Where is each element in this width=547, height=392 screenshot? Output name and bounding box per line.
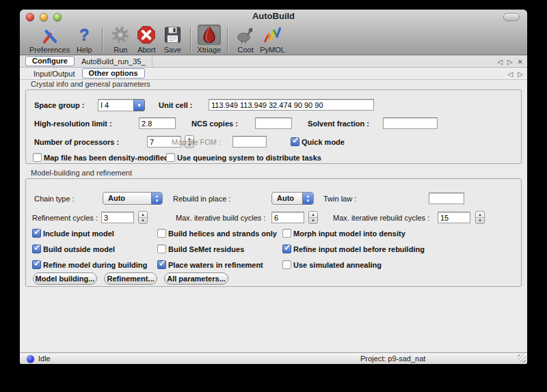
zoom-window-button[interactable]	[53, 13, 62, 21]
queueing-checkbox[interactable]	[166, 153, 175, 162]
toolbar-label: Run	[114, 46, 127, 54]
toolbar-button-xtriage[interactable]: Xtriage	[197, 25, 221, 54]
refine-before-rebuild-label: Refine input model before rebuilding	[293, 244, 425, 254]
resize-grip[interactable]	[518, 354, 526, 363]
refinement-button[interactable]: Refinement...	[104, 272, 157, 285]
build-helices-checkbox[interactable]	[157, 229, 166, 238]
toolbar-button-coot[interactable]: Coot	[234, 25, 257, 54]
stepper-up-icon[interactable]: ▲	[476, 212, 484, 218]
tab-scroll-right-icon[interactable]: ▷	[507, 58, 513, 66]
build-outside-checkbox[interactable]	[32, 244, 41, 253]
solvent-fraction-input[interactable]	[383, 117, 438, 129]
quick-mode-label: Quick mode	[302, 137, 345, 147]
sub-tab-bar: Input/Output Other options ◁ ▷	[20, 68, 527, 80]
stepper-down-icon[interactable]: ▼	[139, 218, 147, 223]
chain-type-popup[interactable]: Auto ▲▼	[103, 192, 163, 205]
toolbar-label: Xtriage	[197, 46, 221, 54]
toolbar-button-preferences[interactable]: Preferences	[29, 25, 70, 54]
build-semet-checkbox[interactable]	[157, 244, 166, 253]
tab-close-icon[interactable]: ✕	[518, 58, 523, 66]
toolbar-separator	[190, 27, 191, 53]
chevron-down-icon[interactable]: ▾	[133, 99, 145, 111]
morph-model-checkbox[interactable]	[282, 229, 291, 238]
title-bar[interactable]: AutoBuild	[20, 10, 527, 23]
pymol-spectrum-icon	[261, 25, 284, 45]
abort-octagon-icon	[135, 25, 158, 45]
toolbar-button-save[interactable]: Save	[161, 25, 184, 54]
floppy-disk-icon	[161, 25, 184, 45]
quick-mode-checkbox[interactable]	[291, 137, 299, 146]
high-res-input[interactable]	[139, 117, 176, 129]
refinement-cycles-input[interactable]	[101, 212, 134, 223]
rebuild-in-place-popup[interactable]: Auto ▲▼	[271, 192, 314, 205]
window-title: AutoBuild	[20, 10, 527, 23]
build-helices-label: Build helices and strands only	[168, 229, 277, 238]
toolbar: Preferences ? Help Run	[20, 23, 527, 55]
toolbar-button-abort[interactable]: Abort	[135, 25, 158, 54]
stepper-up-icon[interactable]: ▲	[309, 212, 317, 218]
chain-type-value: Auto	[103, 193, 151, 204]
ncs-copies-input[interactable]	[255, 117, 292, 129]
include-input-model-checkbox[interactable]	[32, 229, 41, 238]
stepper-down-icon[interactable]: ▼	[476, 218, 484, 223]
rebuild-cycles-stepper[interactable]: ▲ ▼	[475, 211, 485, 224]
space-group-input[interactable]	[98, 99, 133, 111]
stepper-down-icon[interactable]: ▼	[309, 218, 317, 223]
options-panel: Crystal info and general parameters Spac…	[20, 80, 527, 352]
minimize-window-button[interactable]	[40, 13, 48, 21]
toolbar-button-pymol[interactable]: PyMOL	[260, 25, 285, 54]
space-group-combo[interactable]: ▾	[98, 99, 145, 111]
rebuild-cycles-label: Max. iterative rebuild cycles :	[333, 212, 429, 224]
status-text: Idle	[38, 353, 51, 364]
twin-law-input[interactable]	[429, 193, 464, 204]
tab-divider	[152, 55, 152, 68]
crystal-group-title: Crystal info and general parameters	[31, 80, 150, 88]
tab-input-output[interactable]: Input/Output	[27, 70, 82, 78]
stepper-up-icon[interactable]: ▲	[139, 212, 147, 218]
unit-cell-input[interactable]	[209, 99, 374, 111]
build-semet-label: Build SeMet residues	[168, 244, 244, 254]
solvent-fraction-label: Solvent fraction :	[308, 117, 369, 130]
morph-model-label: Morph input model into density	[293, 229, 405, 238]
nproc-label: Number of processors :	[34, 136, 119, 148]
model-building-button[interactable]: Model building...	[33, 272, 97, 285]
coot-bird-icon	[234, 25, 257, 45]
refine-before-rebuild-checkbox[interactable]	[282, 244, 291, 253]
tab-other-options[interactable]: Other options	[82, 68, 145, 79]
project-label: Project: p9-sad_nat	[360, 353, 425, 364]
close-window-button[interactable]	[26, 13, 34, 21]
rebuild-in-place-value: Auto	[272, 193, 302, 204]
build-cycles-stepper[interactable]: ▲ ▼	[308, 211, 318, 224]
toolbar-separator	[102, 27, 103, 53]
unit-cell-label: Unit cell :	[159, 99, 193, 111]
toolbar-button-run[interactable]: Run	[109, 25, 132, 54]
traffic-lights	[26, 13, 62, 21]
place-waters-checkbox[interactable]	[157, 260, 166, 269]
toolbar-label: Preferences	[29, 46, 70, 54]
toolbar-button-help[interactable]: ? Help	[72, 25, 96, 54]
tools-icon	[38, 25, 62, 45]
subtab-scroll-right-icon[interactable]: ▷	[518, 70, 523, 78]
density-modified-checkbox[interactable]	[33, 153, 42, 162]
build-cycles-input[interactable]	[271, 212, 304, 223]
help-icon: ?	[72, 25, 96, 45]
build-outside-label: Build outside model	[43, 244, 115, 254]
refine-during-building-checkbox[interactable]	[32, 260, 41, 269]
subtab-scroll-left-icon[interactable]: ◁	[508, 70, 513, 78]
build-cycles-label: Max. iterative build cycles :	[176, 212, 265, 224]
rebuild-cycles-input[interactable]	[438, 212, 470, 223]
tab-autobuild-run-35[interactable]: AutoBuild_run_35_	[75, 57, 152, 66]
rebuild-in-place-label: Rebuild in place :	[173, 193, 230, 205]
include-input-model-label: Include input model	[43, 229, 114, 238]
gear-icon	[109, 25, 132, 45]
toolbar-toggle-button[interactable]	[503, 13, 520, 21]
tab-scroll-left-icon[interactable]: ◁	[497, 58, 503, 66]
map-fom-input[interactable]	[232, 136, 267, 148]
main-tab-bar: Configure AutoBuild_run_35_ ◁ ▷ ✕	[20, 55, 527, 68]
refinement-cycles-stepper[interactable]: ▲ ▼	[138, 211, 148, 224]
tab-configure[interactable]: Configure	[25, 56, 75, 66]
simulated-annealing-checkbox[interactable]	[282, 260, 291, 269]
status-bar: Idle Project: p9-sad_nat	[20, 352, 527, 364]
toolbar-label: Help	[77, 46, 92, 54]
all-parameters-button[interactable]: All parameters...	[164, 272, 228, 285]
